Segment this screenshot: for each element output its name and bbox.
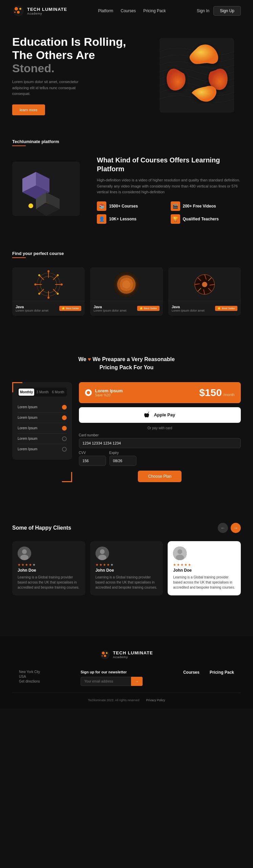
feature-dot-4 — [62, 447, 67, 452]
svg-point-31 — [38, 293, 40, 295]
plan-selected-icon — [85, 389, 92, 396]
footer: TECH LUMINATE Academy New York City USA … — [0, 636, 253, 709]
price-amount: $150 — [199, 387, 222, 398]
signup-button[interactable]: Sign Up — [213, 6, 241, 16]
nav-courses[interactable]: Courses — [121, 8, 136, 13]
platform-section: Techluminate platform — [0, 125, 253, 237]
svg-point-38 — [123, 280, 130, 288]
plan-tab-6month[interactable]: 6 Month — [50, 389, 65, 396]
avatar-icon-2 — [173, 547, 187, 560]
course-name-1: Java — [93, 305, 126, 309]
footer-address: New York City USA Get directions — [19, 670, 40, 685]
course-card-0[interactable]: Java Lorem ipsum dolor amet ⭐ Best Selle… — [12, 268, 85, 316]
price-card: Lorem Ipsum Save %20 $150 /month — [79, 382, 241, 403]
platform-3d-icon — [12, 162, 80, 216]
footer-directions-link[interactable]: Get directions — [19, 679, 40, 683]
feature-dot-3 — [62, 436, 67, 441]
svg-point-54 — [100, 549, 105, 554]
choose-plan-button[interactable]: Choose Plan — [138, 471, 182, 482]
price-amount-wrap: $150 /month — [199, 387, 235, 398]
apple-pay-button[interactable]: Apple Pay — [79, 407, 241, 423]
carousel-buttons: ← → — [218, 523, 241, 533]
svg-point-33 — [38, 274, 40, 276]
newsletter-input-wrap: → — [81, 677, 143, 686]
platform-title: What Kind of Courses Offers Learning Pla… — [97, 156, 241, 173]
footer-col-pricing: Pricing Pack — [210, 670, 234, 677]
price-period: /month — [223, 393, 235, 397]
bestseller-icon-2: ⭐ — [217, 307, 221, 310]
expiry-input[interactable] — [109, 456, 136, 466]
svg-point-28 — [61, 283, 63, 285]
stars-2: ★ ★ ★ ★ ★ — [173, 563, 235, 567]
navigation: TECH LUMINATE Academy Platform Courses P… — [0, 0, 253, 22]
course-image-1 — [90, 268, 163, 301]
nav-platform[interactable]: Platform — [98, 8, 113, 13]
footer-bottom: Techluminate 2022. All rights reserved P… — [12, 693, 241, 702]
bestseller-badge-1: ⭐ Best Seller — [137, 306, 160, 311]
platform-underline — [12, 145, 26, 146]
nav-pricing[interactable]: Pricing Pack — [143, 8, 166, 13]
course-name-2: Java — [172, 305, 205, 309]
svg-point-1 — [15, 7, 18, 11]
footer-privacy-link[interactable]: Privacy Policy — [146, 698, 165, 702]
pricing-container: Monthly 3 Month 6 Month Lorem Ipsum Lore… — [12, 382, 241, 482]
expiry-label: Expiry — [109, 451, 136, 455]
course-thumb-2 — [168, 268, 241, 301]
logo-text: TECH LUMINATE Academy — [27, 7, 67, 15]
footer-city: New York City — [19, 670, 40, 674]
footer-country: USA — [19, 675, 40, 678]
plan-feature-3: Lorem Ipsum — [18, 434, 67, 444]
course-card-2[interactable]: Java Lorem ipsum dolor amet ⭐ Best Selle… — [168, 268, 241, 316]
plan-feature-4: Lorem Ipsum — [18, 444, 67, 454]
hero-right — [153, 38, 241, 113]
plan-tabs: Monthly 3 Month 6 Month — [18, 388, 67, 397]
feature-dot-0 — [62, 405, 67, 410]
courses-section: Find your perfect course — [0, 237, 253, 329]
accent-corner-tl — [12, 382, 22, 392]
svg-point-26 — [47, 270, 49, 272]
course-thumb-1 — [90, 268, 163, 301]
plan-feature-2: Lorem Ipsum — [18, 423, 67, 434]
newsletter-input[interactable] — [81, 677, 131, 686]
stat-lessons-icon: 👤 — [97, 214, 106, 224]
carousel-next-button[interactable]: → — [231, 523, 241, 533]
logo-title: TECH LUMINATE — [27, 7, 67, 12]
stat-courses: 📚 1500+ Courses — [97, 201, 167, 211]
course-desc-0: Lorem ipsum dolor amet — [16, 309, 48, 312]
svg-point-52 — [20, 555, 28, 560]
card-number-field: Card number — [79, 433, 241, 448]
learn-more-button[interactable]: learn more — [12, 104, 45, 115]
stat-courses-icon: 📚 — [97, 201, 106, 211]
card-number-input[interactable] — [79, 438, 241, 448]
svg-point-51 — [22, 549, 27, 554]
testimonials-title: Some of Happy Clients — [12, 525, 71, 531]
signin-button[interactable]: Sign In — [197, 8, 209, 13]
course-info-0: Java Lorem ipsum dolor amet ⭐ Best Selle… — [12, 301, 85, 316]
plan-feature-1: Lorem Ipsum — [18, 413, 67, 423]
platform-description: High-definition video is a video of high… — [97, 177, 241, 195]
platform-content: What Kind of Courses Offers Learning Pla… — [12, 156, 241, 224]
testimonials-header: Some of Happy Clients ← → — [12, 523, 241, 533]
testimonial-card-0: ★ ★ ★ ★ ★ John Doe Learning is a Global … — [12, 541, 85, 595]
cvv-label: CVV — [79, 451, 106, 455]
courses-underline — [12, 257, 26, 258]
stat-teachers-icon: 🏆 — [171, 214, 180, 224]
footer-copyright: Techluminate 2022. All rights reserved — [88, 698, 139, 702]
footer-newsletter: Sign up for our newsletter → — [81, 670, 143, 686]
carousel-prev-button[interactable]: ← — [218, 523, 228, 533]
testimonial-card-1: ★ ★ ★ ★ ★ John Doe Learning is a Global … — [90, 541, 163, 595]
nav-actions: Sign In Sign Up — [197, 6, 241, 16]
card-fields: Card number CVV Expiry — [79, 433, 241, 466]
newsletter-submit-button[interactable]: → — [131, 677, 143, 686]
cvv-input[interactable] — [79, 456, 106, 466]
bestseller-badge-2: ⭐ Best Seller — [215, 306, 237, 311]
testi-text-2: Learning is a Global training provider b… — [173, 575, 235, 590]
footer-pricing-title: Pricing Pack — [210, 670, 234, 675]
card-number-label: Card number — [79, 433, 241, 437]
course-info-2: Java Lorem ipsum dolor amet ⭐ Best Selle… — [168, 301, 241, 316]
platform-image — [12, 162, 87, 217]
plan-tab-3month[interactable]: 3 Month — [35, 389, 50, 396]
stat-videos-value: 200+ Free Videos — [183, 204, 216, 209]
hero-title-line1: Education Is Rolling, — [12, 35, 126, 48]
course-card-1[interactable]: Java Lorem ipsum dolor amet ⭐ Best Selle… — [90, 268, 163, 316]
